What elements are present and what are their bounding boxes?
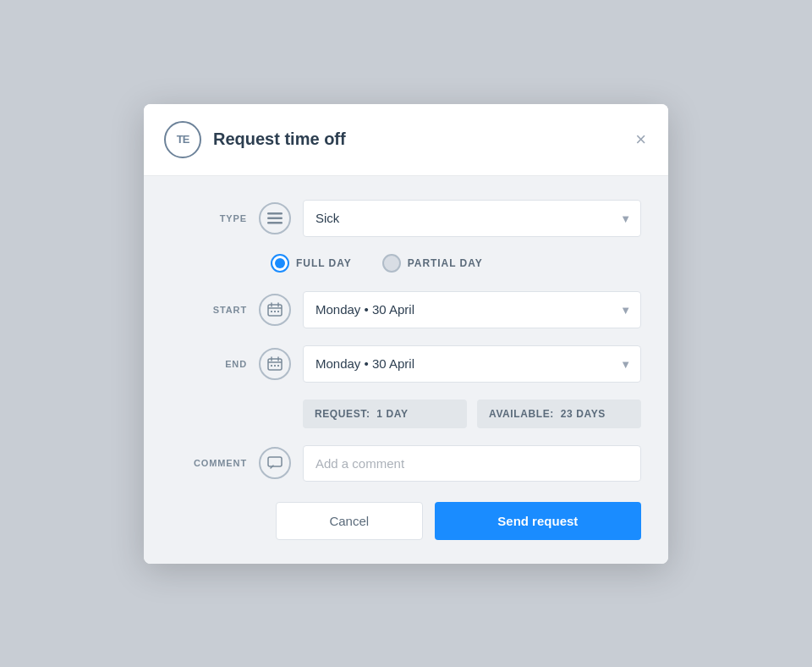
modal-header: TE Request time off × [144,104,668,176]
send-request-button[interactable]: Send request [435,502,641,540]
type-select-wrapper[interactable]: Sick Vacation Personal Other ▼ [303,200,641,237]
full-day-option[interactable]: FULL DAY [271,254,352,273]
svg-rect-2 [267,222,283,224]
available-value: 23 DAYS [561,408,606,420]
end-row: END Monday • 30 April ▼ [171,345,641,383]
type-icon [259,202,291,234]
svg-rect-16 [277,365,279,367]
start-select[interactable]: Monday • 30 April [303,291,641,328]
info-boxes: REQUEST: 1 DAY AVAILABLE: 23 DAYS [171,400,641,428]
start-calendar-icon [259,294,291,326]
comment-icon [259,447,291,479]
available-info-box: AVAILABLE: 23 DAYS [477,400,641,428]
close-button[interactable]: × [632,127,650,152]
comment-row: COMMENT [171,445,641,482]
svg-rect-14 [271,365,272,367]
comment-label: COMMENT [171,458,247,468]
end-select[interactable]: Monday • 30 April [303,345,641,383]
available-label: AVAILABLE: [489,408,554,420]
partial-day-radio[interactable] [382,254,401,273]
type-label: TYPE [171,213,247,223]
end-select-wrapper[interactable]: Monday • 30 April ▼ [303,345,641,383]
full-day-radio[interactable] [271,254,289,273]
end-label: END [171,359,247,369]
request-time-off-modal: TE Request time off × TYPE Sick Vacation… [144,104,668,564]
request-info-box: REQUEST: 1 DAY [303,400,467,428]
modal-body: TYPE Sick Vacation Personal Other ▼ [144,176,668,502]
svg-rect-8 [274,311,276,312]
end-calendar-icon [259,348,291,380]
partial-day-label: PARTIAL DAY [408,257,483,269]
comment-input[interactable] [303,445,641,482]
modal-footer: Cancel Send request [144,502,668,564]
modal-title: Request time off [213,130,346,149]
type-select[interactable]: Sick Vacation Personal Other [303,200,641,237]
full-day-label: FULL DAY [296,257,352,269]
svg-rect-7 [271,311,272,312]
svg-rect-15 [274,365,276,367]
full-day-radio-inner [275,258,285,268]
request-value: 1 DAY [376,408,408,420]
svg-rect-17 [268,457,282,466]
svg-rect-1 [267,217,283,219]
start-label: START [171,305,247,315]
app-logo: TE [164,121,201,158]
radio-row: FULL DAY PARTIAL DAY [171,254,641,273]
request-label: REQUEST: [315,408,370,420]
start-select-wrapper[interactable]: Monday • 30 April ▼ [303,291,641,328]
svg-rect-9 [277,311,279,312]
cancel-button[interactable]: Cancel [276,502,423,540]
svg-rect-10 [268,359,282,370]
svg-rect-3 [268,305,282,316]
type-row: TYPE Sick Vacation Personal Other ▼ [171,200,641,237]
partial-day-option[interactable]: PARTIAL DAY [382,254,483,273]
start-row: START Monday • 30 April ▼ [171,291,641,328]
svg-rect-0 [267,212,283,215]
